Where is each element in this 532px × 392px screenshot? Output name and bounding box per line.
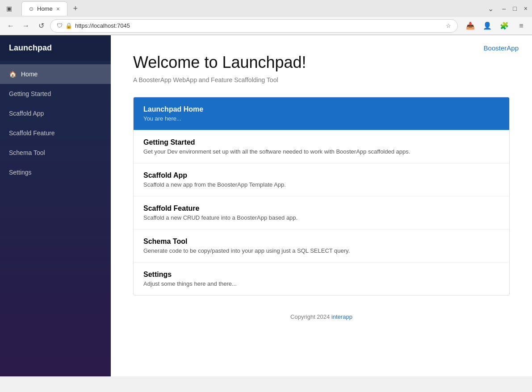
sidebar-item-scaffold-feature[interactable]: Scaffold Feature <box>0 123 111 143</box>
sidebar-item-settings-label: Settings <box>9 169 32 176</box>
sidebar-header: Launchpad <box>0 35 111 61</box>
card-scaffold-feature-title: Scaffold Feature <box>143 204 499 213</box>
main-content: BoosterApp Welcome to Launchpad! A Boost… <box>111 35 532 376</box>
reload-button[interactable]: ↺ <box>35 20 47 32</box>
sidebar: Launchpad 🏠 Home Getting Started Scaffol… <box>0 35 111 376</box>
lock-icon: 🔒 <box>65 22 72 29</box>
card-scaffold-app-desc: Scaffold a new app from the BoosterApp T… <box>143 181 499 188</box>
extensions-button[interactable]: 🧩 <box>498 20 511 32</box>
card-getting-started-desc: Get your Dev environment set up with all… <box>143 148 499 155</box>
tabs-dropdown-button[interactable]: ⌄ <box>487 5 494 12</box>
address-text: https://localhost:7045 <box>75 22 443 29</box>
card-settings-title: Settings <box>143 271 499 279</box>
profile-button[interactable]: 👤 <box>481 20 494 32</box>
card-schema-tool-title: Schema Tool <box>143 238 499 246</box>
card-home-desc: You are here... <box>143 115 499 122</box>
close-button[interactable]: × <box>524 5 528 12</box>
card-scaffold-app[interactable]: Scaffold App Scaffold a new app from the… <box>134 163 509 196</box>
page-subtitle: A BoosterApp WebApp and Feature Scaffold… <box>133 76 510 83</box>
forward-button[interactable]: → <box>20 20 32 32</box>
maximize-button[interactable]: □ <box>513 5 516 12</box>
window-controls: – □ × <box>503 5 528 12</box>
sidebar-item-getting-started-label: Getting Started <box>9 90 51 97</box>
top-right-link[interactable]: BoosterApp <box>484 44 519 52</box>
card-home-title: Launchpad Home <box>143 105 499 113</box>
sidebar-item-home[interactable]: 🏠 Home <box>0 64 111 84</box>
sidebar-toggle-button[interactable]: ▣ <box>4 4 13 13</box>
card-scaffold-feature-desc: Scaffold a new CRUD feature into a Boost… <box>143 214 499 221</box>
browser-chrome: ▣ ⊙ Home × + ⌄ – □ × ← → ↺ 🛡 🔒 https://l… <box>0 0 532 35</box>
toolbar-icons: 📥 👤 🧩 ≡ <box>464 20 528 32</box>
card-scaffold-app-title: Scaffold App <box>143 171 499 179</box>
card-schema-tool-desc: Generate code to be copy/pasted into you… <box>143 247 499 254</box>
address-bar[interactable]: 🛡 🔒 https://localhost:7045 ☆ <box>50 19 458 33</box>
card-home[interactable]: Launchpad Home You are here... <box>134 97 509 130</box>
title-bar: ▣ ⊙ Home × + ⌄ – □ × <box>0 0 532 17</box>
tab-close-button[interactable]: × <box>56 6 60 12</box>
minimize-button[interactable]: – <box>503 5 506 12</box>
footer-text: Copyright 2024 <box>290 313 331 320</box>
tab-title: Home <box>37 5 53 12</box>
sidebar-item-schema-tool[interactable]: Schema Tool <box>0 143 111 163</box>
page-title: Welcome to Launchpad! <box>133 53 510 72</box>
card-settings-desc: Adjust some things here and there... <box>143 280 499 287</box>
app-container: Launchpad 🏠 Home Getting Started Scaffol… <box>0 35 532 376</box>
sidebar-item-home-label: Home <box>21 71 38 78</box>
home-icon: 🏠 <box>9 71 17 78</box>
back-button[interactable]: ← <box>4 20 17 32</box>
sidebar-item-schema-tool-label: Schema Tool <box>9 149 45 156</box>
sidebar-title: Launchpad <box>9 43 52 52</box>
sidebar-item-scaffold-feature-label: Scaffold Feature <box>9 129 54 137</box>
card-getting-started[interactable]: Getting Started Get your Dev environment… <box>134 130 509 163</box>
pocket-button[interactable]: 📥 <box>464 20 477 32</box>
shield-icon: 🛡 <box>57 22 63 29</box>
tab-loading-icon: ⊙ <box>29 6 34 12</box>
menu-button[interactable]: ≡ <box>515 20 528 32</box>
sidebar-item-scaffold-app[interactable]: Scaffold App <box>0 104 111 123</box>
nav-bar: ← → ↺ 🛡 🔒 https://localhost:7045 ☆ 📥 👤 🧩… <box>0 17 532 35</box>
cards-container: Launchpad Home You are here... Getting S… <box>133 97 510 296</box>
sidebar-item-getting-started[interactable]: Getting Started <box>0 84 111 104</box>
card-getting-started-title: Getting Started <box>143 138 499 146</box>
active-tab[interactable]: ⊙ Home × <box>21 1 67 16</box>
sidebar-nav: 🏠 Home Getting Started Scaffold App Scaf… <box>0 61 111 182</box>
new-tab-button[interactable]: + <box>69 2 82 15</box>
card-scaffold-feature[interactable]: Scaffold Feature Scaffold a new CRUD fea… <box>134 196 509 229</box>
footer: Copyright 2024 interapp <box>133 313 510 320</box>
card-schema-tool[interactable]: Schema Tool Generate code to be copy/pas… <box>134 229 509 263</box>
address-icons: ☆ <box>446 22 451 29</box>
footer-link[interactable]: interapp <box>331 313 352 320</box>
sidebar-item-scaffold-app-label: Scaffold App <box>9 110 44 117</box>
sidebar-item-settings[interactable]: Settings <box>0 163 111 182</box>
favorite-icon[interactable]: ☆ <box>446 22 451 29</box>
card-settings[interactable]: Settings Adjust some things here and the… <box>134 263 509 295</box>
